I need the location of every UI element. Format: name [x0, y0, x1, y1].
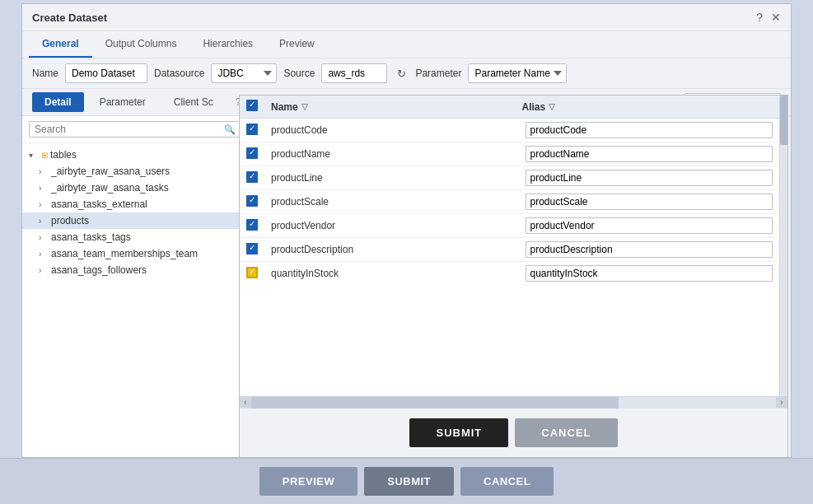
tab-general[interactable]: General	[29, 31, 92, 58]
alias-input-5[interactable]	[526, 241, 773, 258]
name-col-3: productScale	[271, 196, 526, 208]
check-col-4	[246, 219, 271, 233]
alias-col-5	[526, 241, 773, 258]
name-filter-icon[interactable]: ▽	[301, 102, 308, 111]
alias-input-4[interactable]	[526, 217, 773, 234]
tree-label-3: products	[51, 215, 89, 226]
row-name-4: productVendor	[271, 220, 335, 231]
scrollbar-thumb	[780, 96, 787, 145]
row-checkbox-2[interactable]	[246, 171, 258, 183]
alias-col-4	[526, 217, 773, 234]
source-label: Source	[283, 68, 315, 79]
form-row: Name Datasource JDBC Source ↻ Parameter …	[22, 58, 791, 89]
tree-label-4: asana_tasks_tags	[51, 231, 131, 243]
title-actions: ? ✕	[756, 11, 781, 24]
tab-hierarchies[interactable]: Hierarchies	[189, 31, 266, 58]
parameter-label: Parameter	[415, 68, 461, 79]
search-box: 🔍	[22, 116, 248, 143]
check-col-3	[246, 195, 271, 209]
name-col-1: productName	[271, 148, 526, 160]
column-selection-panel: Name ▽ Alias ▽ productCode	[239, 95, 788, 458]
col-row-2: productLine	[240, 166, 779, 190]
search-magnifier-icon: 🔍	[224, 124, 236, 135]
database-icon: ⊞	[41, 151, 48, 160]
tab-preview[interactable]: Preview	[266, 31, 328, 58]
sub-tab-parameter[interactable]: Parameter	[87, 92, 158, 112]
row-name-2: productLine	[271, 172, 323, 184]
row-checkbox-0[interactable]	[246, 124, 258, 135]
tree-arrow-6: ›	[39, 266, 49, 275]
row-checkbox-6[interactable]	[246, 267, 258, 278]
close-icon[interactable]: ✕	[771, 11, 781, 24]
header-name-label: Name	[271, 101, 298, 113]
title-bar: Create Dataset ? ✕	[22, 4, 791, 31]
source-input[interactable]	[321, 63, 387, 83]
name-col-4: productVendor	[271, 220, 526, 231]
alias-filter-icon[interactable]: ▽	[549, 102, 555, 111]
row-checkbox-3[interactable]	[246, 195, 258, 207]
tree-arrow-0: ›	[39, 167, 49, 176]
help-icon[interactable]: ?	[756, 11, 763, 24]
tree-item-5[interactable]: › asana_team_memberships_team	[22, 245, 248, 262]
alias-input-3[interactable]	[526, 194, 773, 210]
name-input[interactable]	[65, 63, 147, 83]
sub-tab-detail[interactable]: Detail	[32, 92, 84, 112]
tree-arrow-root: ▾	[29, 151, 39, 160]
horizontal-scrollbar[interactable]: ‹ ›	[240, 396, 787, 408]
overlay-cancel-button[interactable]: CANCEL	[515, 418, 617, 447]
tab-output-columns[interactable]: Output Columns	[92, 31, 190, 58]
tree-label-0: _airbyte_raw_asana_users	[51, 166, 170, 177]
grid-header: Name ▽ Alias ▽	[240, 96, 779, 119]
tree-root-label: tables	[50, 149, 77, 161]
alias-input-1[interactable]	[526, 146, 773, 162]
alias-col-3	[526, 194, 773, 210]
sub-tab-client-sc[interactable]: Client Sc	[161, 92, 226, 112]
header-checkbox[interactable]	[246, 100, 258, 111]
cancel-button[interactable]: CANCEL	[460, 467, 554, 496]
tree-root[interactable]: ▾ ⊞ tables	[22, 147, 248, 163]
tree-item-6[interactable]: › asana_tags_followers	[22, 262, 248, 278]
submit-button[interactable]: SUBMIT	[364, 467, 454, 496]
alias-input-2[interactable]	[526, 170, 773, 186]
vertical-scrollbar[interactable]	[779, 96, 787, 396]
alias-input-0[interactable]	[526, 122, 773, 138]
parameter-select[interactable]: Parameter Name	[468, 63, 567, 83]
tree-item-4[interactable]: › asana_tasks_tags	[22, 229, 248, 245]
row-name-1: productName	[271, 148, 330, 160]
refresh-icon[interactable]: ↻	[394, 66, 409, 81]
tree-item-2[interactable]: › asana_tasks_external	[22, 196, 248, 212]
bottom-bar: PREVIEW SUBMIT CANCEL	[0, 458, 813, 504]
left-panel: 🔍 ▾ ⊞ tables › _airbyte_raw_asana_users …	[22, 116, 249, 457]
col-row-1: productName	[240, 142, 779, 166]
check-col-6	[246, 267, 271, 281]
check-col-5	[246, 243, 271, 257]
search-input[interactable]	[35, 124, 224, 135]
alias-col-1	[526, 146, 773, 162]
tree-item-1[interactable]: › _airbyte_raw_asana_tasks	[22, 180, 248, 196]
col-row-4: productVendor	[240, 214, 779, 238]
tree-item-0[interactable]: › _airbyte_raw_asana_users	[22, 163, 248, 180]
row-checkbox-1[interactable]	[246, 147, 258, 159]
datasource-select[interactable]: JDBC	[211, 63, 277, 83]
horiz-right-arrow[interactable]: ›	[776, 397, 787, 408]
row-checkbox-4[interactable]	[246, 219, 258, 231]
overlay-submit-button[interactable]: SUBMIT	[409, 418, 508, 447]
tree-label-6: asana_tags_followers	[51, 264, 147, 276]
tree-label-2: asana_tasks_external	[51, 198, 147, 210]
alias-col-0	[526, 122, 773, 138]
row-checkbox-5[interactable]	[246, 243, 258, 254]
dialog-title: Create Dataset	[32, 12, 107, 24]
alias-input-6[interactable]	[526, 265, 773, 282]
row-name-5: productDescription	[271, 244, 353, 255]
horiz-left-arrow[interactable]: ‹	[240, 397, 251, 408]
header-name-col: Name ▽	[271, 101, 522, 113]
horiz-thumb-track	[251, 397, 776, 408]
row-name-6: quantityInStock	[271, 268, 339, 279]
tree-item-3[interactable]: › products	[22, 212, 248, 229]
name-col-2: productLine	[271, 172, 526, 184]
alias-col-6	[526, 265, 773, 282]
search-input-wrap: 🔍	[29, 121, 241, 138]
tree-container: ▾ ⊞ tables › _airbyte_raw_asana_users › …	[22, 143, 248, 457]
preview-button[interactable]: PREVIEW	[259, 467, 357, 496]
header-alias-label: Alias	[522, 101, 546, 113]
